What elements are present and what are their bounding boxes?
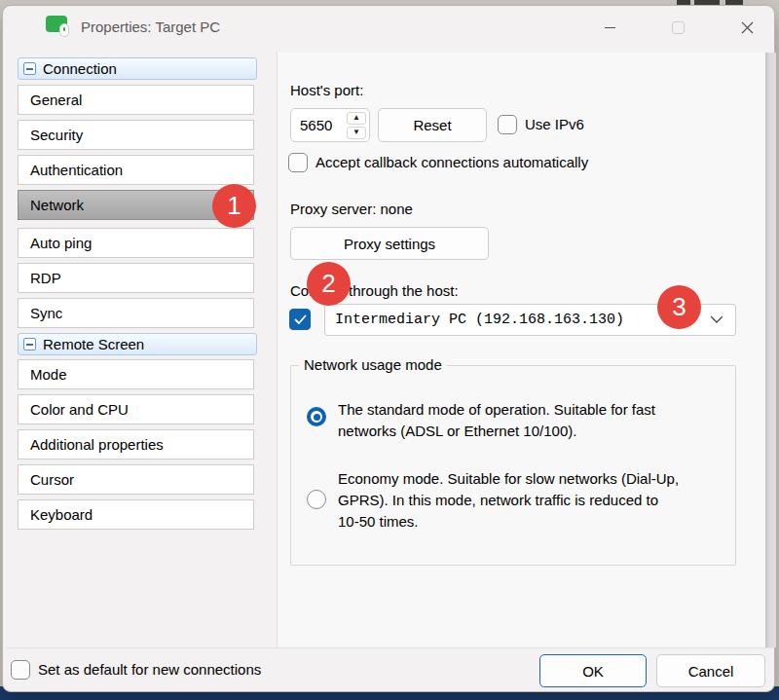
use-ipv6-label[interactable]: Use IPv6	[525, 116, 584, 132]
sidebar-item-label: Additional properties	[30, 436, 164, 453]
sidebar-item-label: General	[30, 92, 82, 108]
annotation-label: 2	[321, 269, 335, 299]
proxy-settings-button-label: Proxy settings	[344, 236, 435, 252]
close-icon	[741, 21, 754, 34]
sidebar-item-mode[interactable]: Mode	[18, 359, 254, 389]
checkmark-icon	[294, 314, 307, 325]
sidebar-item-cursor[interactable]: Cursor	[18, 464, 254, 495]
collapse-icon[interactable]	[23, 62, 36, 75]
cancel-button-label: Cancel	[688, 663, 734, 680]
sidebar-item-rdp[interactable]: RDP	[18, 263, 254, 293]
sidebar-item-color-cpu[interactable]: Color and CPU	[18, 394, 254, 424]
sidebar-section-label: Remote Screen	[43, 336, 144, 352]
annotation-step-1: 1	[212, 184, 256, 228]
sidebar-item-label: Sync	[30, 305, 62, 321]
collapse-icon[interactable]	[23, 338, 36, 350]
port-value[interactable]: 5650	[291, 117, 347, 133]
radio-standard-label[interactable]: The standard mode of operation. Suitable…	[338, 399, 700, 442]
sidebar-item-label: Security	[30, 127, 83, 143]
connect-through-checkbox[interactable]	[289, 309, 311, 330]
sidebar-item-security[interactable]: Security	[18, 120, 254, 150]
sidebar-item-keyboard[interactable]: Keyboard	[18, 499, 254, 530]
use-ipv6-checkbox[interactable]	[498, 115, 517, 134]
network-usage-groupbox: Network usage mode	[290, 365, 736, 566]
reset-button-label: Reset	[413, 117, 451, 133]
minimize-button[interactable]	[587, 8, 632, 47]
maximize-button	[655, 8, 700, 47]
sidebar-item-label: Mode	[30, 366, 67, 383]
footer-divider	[6, 647, 773, 648]
annotation-step-2: 2	[307, 262, 351, 306]
maximize-icon	[672, 21, 685, 34]
sidebar-item-authentication[interactable]: Authentication	[18, 155, 254, 185]
ok-button-label: OK	[582, 663, 604, 680]
sidebar-section-label: Connection	[43, 60, 117, 77]
titlebar[interactable]: Properties: Target PC	[3, 6, 774, 49]
sidebar-item-label: Authentication	[30, 162, 123, 178]
sidebar-item-general[interactable]: General	[18, 85, 254, 115]
network-usage-group-title: Network usage mode	[299, 356, 447, 373]
cancel-button[interactable]: Cancel	[656, 654, 765, 687]
sidebar-item-label: Cursor	[30, 471, 74, 488]
port-spinner: ▲ ▼	[347, 112, 369, 139]
accept-callback-checkbox[interactable]	[288, 153, 308, 172]
proxy-settings-button[interactable]: Proxy settings	[290, 227, 489, 260]
sidebar-item-label: Keyboard	[30, 506, 93, 523]
window-title: Properties: Target PC	[81, 18, 220, 35]
sidebar-item-sync[interactable]: Sync	[18, 298, 254, 328]
radio-economy-mode[interactable]	[307, 490, 326, 509]
accept-callback-label[interactable]: Accept callback connections automaticall…	[315, 154, 588, 170]
radio-economy-label[interactable]: Economy mode. Suitable for slow networks…	[338, 468, 681, 533]
set-default-label[interactable]: Set as default for new connections	[38, 661, 261, 678]
sidebar-item-label: Network	[30, 197, 84, 213]
properties-dialog: Properties: Target PC Connection General…	[2, 5, 775, 692]
close-button[interactable]	[724, 8, 769, 47]
spin-down-button[interactable]: ▼	[347, 127, 366, 139]
sidebar-item-additional-properties[interactable]: Additional properties	[18, 429, 254, 460]
minimize-icon	[605, 27, 615, 28]
reset-button[interactable]: Reset	[378, 108, 487, 142]
radio-standard-mode[interactable]	[307, 407, 326, 426]
sidebar-item-auto-ping[interactable]: Auto ping	[18, 228, 254, 258]
chevron-down-icon[interactable]	[710, 315, 735, 324]
sidebar-item-label: Auto ping	[30, 235, 92, 251]
intermediary-host-value: Intermediary PC (192.168.163.130)	[325, 312, 710, 328]
hosts-port-label: Host's port:	[290, 82, 363, 98]
annotation-step-3: 3	[657, 285, 701, 329]
scrollbar-track[interactable]	[765, 53, 776, 647]
spin-up-button[interactable]: ▲	[347, 112, 366, 125]
proxy-server-label: Proxy server: none	[290, 201, 413, 217]
sidebar-section-remote-screen[interactable]: Remote Screen	[18, 333, 257, 355]
sidebar-section-connection[interactable]: Connection	[18, 57, 257, 80]
set-default-checkbox[interactable]	[11, 660, 30, 680]
sidebar-item-label: Color and CPU	[30, 401, 129, 418]
sidebar-item-label: RDP	[30, 270, 61, 286]
annotation-label: 3	[672, 292, 686, 322]
app-icon	[46, 16, 71, 37]
annotation-label: 1	[227, 191, 241, 221]
ok-button[interactable]: OK	[539, 654, 647, 687]
port-input[interactable]: 5650 ▲ ▼	[290, 108, 370, 142]
